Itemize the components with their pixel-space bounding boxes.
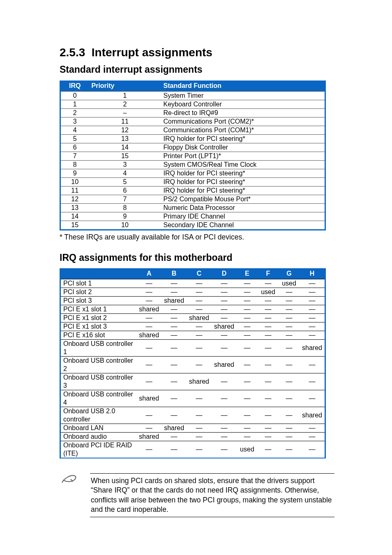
cell-value: — [161,340,187,357]
cell-label: Onboard PCI IDE RAID (ITE) [60,441,137,458]
cell-priority: 4 [89,169,161,177]
cell-value: — [212,433,237,441]
cell-value: — [187,340,212,357]
cell-value: — [258,340,279,357]
cell-value: — [300,390,325,407]
cell-value: shared [161,424,187,433]
cell-value: — [187,424,212,433]
std-footnote: * These IRQs are usually available for I… [60,233,334,242]
cell-priority: 10 [89,221,161,230]
cell-value: — [300,424,325,433]
cell-value: — [161,373,187,390]
cell-value: — [258,407,279,424]
mb-th: F [258,268,279,279]
cell-irq: 9 [60,169,89,177]
cell-value: — [212,288,237,297]
cell-value: — [237,297,258,305]
mb-th: E [237,268,258,279]
cell-label: Onboard USB controller 1 [60,340,137,357]
cell-value: — [161,305,187,314]
cell-value: — [300,297,325,305]
cell-value: shared [212,322,237,331]
cell-value: — [279,433,300,441]
cell-irq: 15 [60,221,89,230]
cell-value: — [161,433,187,441]
cell-value: shared [300,407,325,424]
table-row: PCI slot 2—————used—— [60,288,325,297]
cell-value: — [237,288,258,297]
cell-value: — [237,373,258,390]
cell-value: — [279,441,300,458]
cell-value: — [237,407,258,424]
table-row: Onboard USB controller 4shared——————— [60,390,325,407]
cell-value: — [300,322,325,331]
cell-value: — [187,279,212,288]
cell-value: — [300,288,325,297]
cell-value: — [300,433,325,441]
cell-value: — [136,424,161,433]
cell-irq: 13 [60,203,89,212]
cell-function: System CMOS/Real Time Clock [161,160,325,169]
cell-value: — [300,373,325,390]
table-row: 138Numeric Data Processor [60,203,325,212]
cell-value: — [237,314,258,322]
cell-value: — [279,331,300,340]
cell-value: — [187,407,212,424]
table-row: 412Communications Port (COM1)* [60,126,325,134]
cell-irq: 12 [60,195,89,203]
cell-function: Floppy Disk Controller [161,143,325,152]
cell-irq: 6 [60,143,89,152]
table-row: 116IRQ holder for PCI steering* [60,186,325,195]
table-row: PCI E x1 slot 3———shared———— [60,322,325,331]
cell-priority: 6 [89,186,161,195]
cell-value: — [212,297,237,305]
cell-value: — [136,279,161,288]
std-th-function: Standard Function [161,81,325,92]
cell-irq: 8 [60,160,89,169]
cell-value: — [258,322,279,331]
cell-value: — [279,305,300,314]
cell-value: shared [136,331,161,340]
cell-value: — [187,297,212,305]
subheading-standard: Standard interrupt assignments [60,64,334,76]
cell-value: — [300,305,325,314]
table-row: Onboard USB controller 1———————shared [60,340,325,357]
cell-function: Primary IDE Channel [161,212,325,221]
table-row: 715Printer Port (LPT1)* [60,152,325,160]
cell-value: — [258,279,279,288]
table-row: PCI E x1 slot 2——shared————— [60,314,325,322]
table-row: 01System Timer [60,91,325,100]
cell-value: — [237,340,258,357]
cell-label: PCI E x1 slot 2 [60,314,137,322]
section-number: 2.5.3 [60,46,85,59]
cell-function: Secondary IDE Channel [161,221,325,230]
cell-value: shared [136,305,161,314]
cell-function: IRQ holder for PCI steering* [161,169,325,177]
cell-value: shared [161,297,187,305]
cell-value: — [161,441,187,458]
cell-irq: 5 [60,134,89,143]
mb-th: D [212,268,237,279]
cell-value: — [300,441,325,458]
cell-value: shared [212,357,237,373]
table-row: Onboard audioshared——————— [60,433,325,441]
cell-function: Numeric Data Processor [161,203,325,212]
cell-value: — [279,340,300,357]
table-row: 105IRQ holder for PCI steering* [60,177,325,186]
cell-priority: 2 [89,100,161,108]
cell-value: — [212,279,237,288]
cell-function: Re-direct to IRQ#9 [161,108,325,117]
cell-irq: 10 [60,177,89,186]
cell-irq: 1 [60,100,89,108]
section-heading: 2.5.3 Interrupt assignments [60,45,334,60]
cell-irq: 14 [60,212,89,221]
cell-value: — [136,314,161,322]
cell-value: — [237,433,258,441]
note-icon [60,473,90,495]
cell-priority: 12 [89,126,161,134]
cell-value: shared [187,373,212,390]
cell-value: — [300,279,325,288]
cell-value: — [237,279,258,288]
cell-function: Communications Port (COM1)* [161,126,325,134]
cell-function: IRQ holder for PCI steering* [161,177,325,186]
